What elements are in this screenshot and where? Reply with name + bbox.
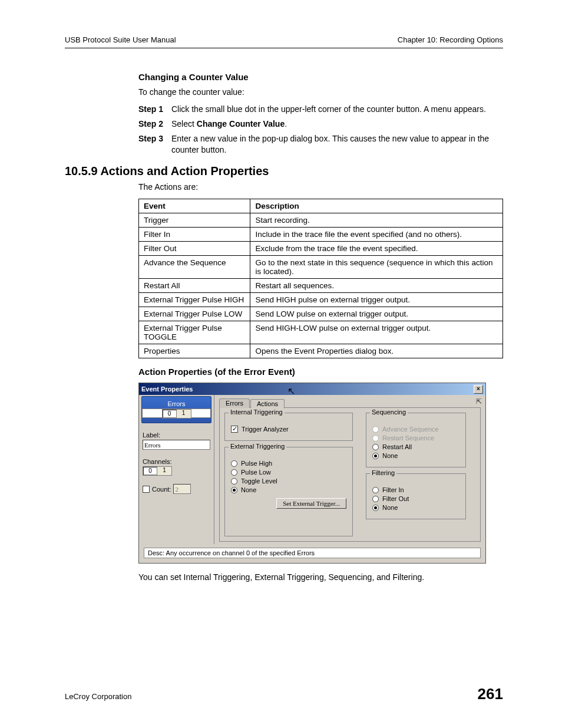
channels-toggle[interactable]: 0 1 xyxy=(143,466,172,476)
table-row: Filter In xyxy=(139,228,250,242)
actions-intro: The Actions are: xyxy=(138,182,503,193)
table-row: Properties xyxy=(139,344,250,358)
ext-none-radio[interactable] xyxy=(231,487,237,493)
group-internal-trig: Internal Triggering ✓ Trigger Analyzer xyxy=(224,413,353,441)
table-row: External Trigger Pulse LOW xyxy=(139,307,250,321)
filter-in-radio[interactable] xyxy=(372,487,379,493)
restart-seq-radio xyxy=(372,435,379,442)
table-row: Filter Out xyxy=(139,242,250,256)
step3-label: Step 3 xyxy=(138,133,171,156)
trigger-analyzer-label: Trigger Analyzer xyxy=(242,426,289,433)
step1-body: Click the small blue dot in the upper-le… xyxy=(171,104,503,115)
header-left: USB Protocol Suite User Manual xyxy=(65,35,176,44)
step3-body: Enter a new value in the pop-up dialog b… xyxy=(171,133,503,156)
label-input[interactable] xyxy=(143,440,210,450)
count-checkbox[interactable] xyxy=(143,486,150,493)
filter-out-radio[interactable] xyxy=(372,496,379,502)
intro-text: To change the counter value: xyxy=(138,87,503,98)
table-row: Trigger xyxy=(139,213,250,228)
step1-label: Step 1 xyxy=(138,104,171,115)
footer-company: LeCroy Corporation xyxy=(65,692,131,701)
group-external-trig: External Triggering Pulse High Pulse Low… xyxy=(224,447,353,536)
pulse-low-radio[interactable] xyxy=(231,469,237,476)
errors-heading: Errors xyxy=(142,400,211,407)
main-panel: ⇱ Errors Actions Internal Triggering ✓ xyxy=(214,395,485,544)
adv-seq-radio xyxy=(372,426,379,433)
restart-all-radio[interactable] xyxy=(372,444,379,450)
dialog-titlebar[interactable]: Event Properties × xyxy=(139,383,485,395)
desc-bar: Desc: Any occurrence on channel 0 of the… xyxy=(144,548,481,558)
label-caption: Label: xyxy=(143,431,210,439)
after-dialog-text: You can set Internal Triggering, Externa… xyxy=(138,572,503,583)
page-footer: LeCroy Corporation 261 xyxy=(65,685,503,703)
errors-toggle[interactable]: 0 1 xyxy=(162,409,191,419)
actions-table: Event Description TriggerStart recording… xyxy=(138,199,503,358)
event-properties-dialog: Event Properties × ↖ Errors 0 1 xyxy=(138,383,486,564)
step2-body: Select Change Counter Value. xyxy=(171,118,503,130)
count-input[interactable] xyxy=(173,484,191,494)
channels-caption: Channels: xyxy=(143,458,210,465)
close-icon[interactable]: × xyxy=(474,385,483,394)
table-row: External Trigger Pulse HIGH xyxy=(139,293,250,307)
header-right: Chapter 10: Recording Options xyxy=(398,35,503,44)
dialog-title: Event Properties xyxy=(141,384,193,394)
th-desc: Description xyxy=(250,199,503,213)
count-label: Count: xyxy=(152,486,171,493)
subheading-changing-counter: Changing a Counter Value xyxy=(138,72,503,82)
tab-errors[interactable]: Errors xyxy=(219,398,250,408)
side-panel: Errors 0 1 Label: Channels: 0 1 xyxy=(139,395,214,544)
page-header: USB Protocol Suite User Manual Chapter 1… xyxy=(65,35,503,48)
group-sequencing: Sequencing Advance Sequence Restart Sequ… xyxy=(366,413,466,467)
toggle-level-radio[interactable] xyxy=(231,478,237,485)
section-heading: 10.5.9 Actions and Action Properties xyxy=(65,164,503,178)
steps-list: Step 1 Click the small blue dot in the u… xyxy=(138,104,503,156)
tab-actions[interactable]: Actions xyxy=(250,399,285,409)
pin-icon[interactable]: ⇱ xyxy=(476,397,482,406)
trigger-analyzer-checkbox[interactable]: ✓ xyxy=(231,426,238,433)
pulse-high-radio[interactable] xyxy=(231,460,237,467)
table-row: Restart All xyxy=(139,279,250,293)
group-filtering: Filtering Filter In Filter Out None xyxy=(366,473,466,519)
filter-none-radio[interactable] xyxy=(372,505,379,511)
th-event: Event xyxy=(139,199,250,213)
seq-none-radio[interactable] xyxy=(372,453,379,459)
set-external-trigger-button[interactable]: Set External Trigger... xyxy=(276,498,346,509)
step2-label: Step 2 xyxy=(138,118,171,130)
table-row: Advance the Sequence xyxy=(139,256,250,279)
subheading-action-props: Action Properties (of the Error Event) xyxy=(138,367,503,377)
page-number: 261 xyxy=(478,685,503,703)
table-row: External Trigger Pulse TOGGLE xyxy=(139,321,250,344)
